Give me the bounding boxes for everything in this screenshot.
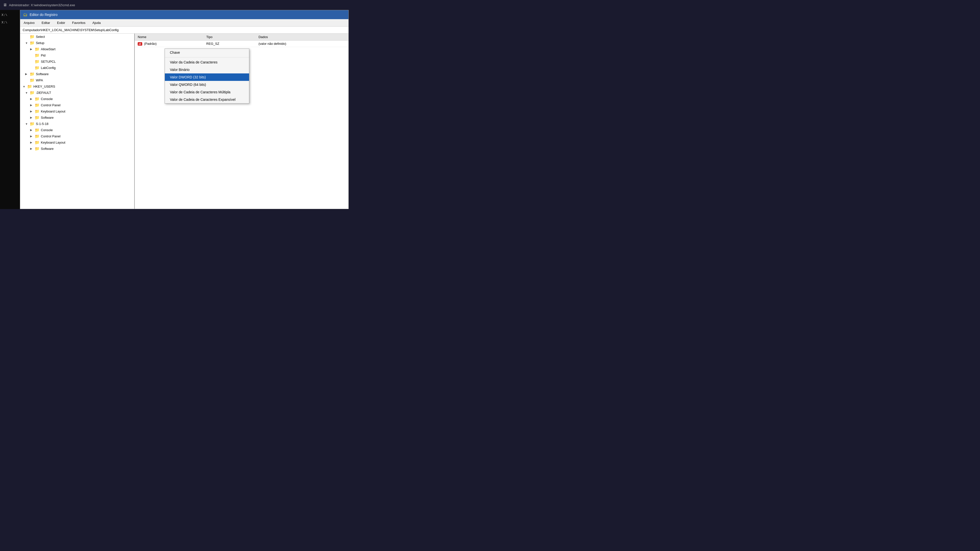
tree-item-console-default[interactable]: ▶ 📁 Console [20,96,134,102]
folder-icon: 📁 [35,53,40,58]
tree-item-pid[interactable]: 📁 Pid [20,52,134,59]
context-menu-valor-cadeia[interactable]: Valor da Cadeia de Caracteres [165,59,249,66]
tree-label: Control Panel [41,134,60,138]
tree-label: Pid [41,54,46,57]
registry-editor-window: 🗂 Editor do Registro Arquivo Editar Exib… [20,10,348,209]
folder-icon: 📁 [35,134,40,139]
tree-label: Console [41,128,53,132]
no-expand-icon [30,60,33,63]
expand-icon: ▶ [30,129,33,132]
tree-item-software-s118[interactable]: ▶ 📁 Software [20,146,134,152]
tree-item-keyboardlayout-default[interactable]: ▶ 📁 Keyboard Layout [20,108,134,114]
expand-icon: ▶ [30,48,33,51]
context-menu-valor-dword[interactable]: Valor DWORD (32 bits) [165,73,249,81]
tree-item-controlpanel-s118[interactable]: ▶ 📁 Control Panel [20,133,134,140]
menu-arquivo[interactable]: Arquivo [22,21,36,25]
folder-icon: 📁 [35,128,40,132]
tree-item-hkey-users[interactable]: ▼ 📁 HKEY_USERS [20,83,134,90]
tree-label: Software [41,147,54,151]
tree-item-allowstart[interactable]: ▶ 📁 AllowStart [20,46,134,52]
tree-label: Software [41,116,54,119]
no-expand-icon [25,79,29,82]
watermark: tecnoblog [299,192,341,204]
context-menu-valor-cadeia-multipla[interactable]: Valor de Cadeia de Caracteres Múltipla [165,88,249,96]
value-name-default: ab (Padrão) [135,41,203,47]
folder-icon: 📁 [30,91,35,95]
tree-label: Keyboard Layout [41,141,65,144]
no-expand-icon [30,67,33,70]
tree-item-software-default[interactable]: ▶ 📁 Software [20,114,134,121]
values-table: Nome Tipo Dados ab (Padrão) REG_SZ (valo… [135,33,348,47]
tree-item-keyboardlayout-s118[interactable]: ▶ 📁 Keyboard Layout [20,140,134,146]
context-menu-item-label: Valor de Cadeia de Caracteres Expansível [170,98,235,102]
expand-icon: ▶ [30,141,33,144]
tree-label: AllowStart [41,47,56,51]
tree-item-labconfig[interactable]: 📁 LabConfig [20,65,134,71]
folder-icon: 📁 [35,103,40,108]
tree-item-wpa[interactable]: 📁 WPA [20,77,134,83]
expand-icon: ▼ [25,122,29,125]
tree-item-default[interactable]: ▼ 📁 .DEFAULT [20,90,134,96]
registry-title: Editor do Registro [30,13,57,17]
context-menu-item-label: Valor da Cadeia de Caracteres [170,60,217,64]
folder-icon: 📁 [35,47,40,51]
expand-icon: ▶ [30,97,33,100]
context-menu-valor-qword[interactable]: Valor QWORD (64 bits) [165,81,249,88]
folder-icon: 📁 [35,115,40,120]
expand-icon: ▶ [30,116,33,119]
cmd-icon: 🖥 [3,3,7,7]
folder-icon: 📁 [35,97,40,101]
addressbar[interactable]: Computador\HKEY_LOCAL_MACHINE\SYSTEM\Set… [20,27,348,33]
tree-label: WPA [36,78,43,82]
expand-icon: ▶ [30,147,33,150]
folder-icon: 📁 [30,121,35,126]
ab-icon: ab [138,42,142,46]
menu-exibir[interactable]: Exibir [56,21,67,25]
col-nome: Nome [135,33,203,41]
tree-item-setup[interactable]: ▼ 📁 Setup [20,40,134,46]
tree-label: Keyboard Layout [41,110,65,113]
cmd-titlebar: 🖥 Administrador: X:\windows\system32\cmd… [0,0,348,10]
folder-icon-selected: 📁 [35,65,40,70]
context-menu-item-label: Chave [170,51,180,54]
menu-ajuda[interactable]: Ajuda [91,21,102,25]
tree-item-controlpanel-default[interactable]: ▶ 📁 Control Panel [20,102,134,108]
tree-item-console-s118[interactable]: ▶ 📁 Console [20,127,134,133]
col-tipo: Tipo [203,33,256,41]
context-menu-valor-cadeia-expansivel[interactable]: Valor de Cadeia de Caracteres Expansível [165,96,249,103]
menu-editar[interactable]: Editar [40,21,52,25]
folder-icon: 📁 [30,34,35,39]
context-menu-item-label: Valor DWORD (32 bits) [170,75,206,79]
table-row-default[interactable]: ab (Padrão) REG_SZ (valor não definido) [135,41,348,47]
folder-icon: 📁 [35,146,40,151]
tree-item-select[interactable]: 📁 Select [20,33,134,40]
folder-icon: 📁 [30,41,35,45]
tree-item-setupcl[interactable]: 📁 SETUPCL [20,59,134,65]
main-content: 📁 Select ▼ 📁 Setup ▶ 📁 AllowStart 📁 Pid [20,33,348,209]
tree-label: Control Panel [41,103,60,107]
expand-icon: ▼ [25,91,29,94]
context-menu-chave[interactable]: Chave [165,49,249,56]
menu-favoritos[interactable]: Favoritos [71,21,87,25]
tree-item-s-1-5-18[interactable]: ▼ 📁 S-1-5-18 [20,121,134,127]
expand-icon: ▶ [30,103,33,107]
tree-label: LabConfig [41,66,56,70]
folder-icon: 📁 [27,84,32,89]
expand-icon: ▶ [25,72,29,76]
context-menu: Chave Valor da Cadeia de Caracteres Valo… [165,49,249,103]
tree-item-software-setup[interactable]: ▶ 📁 Software [20,71,134,77]
no-expand-icon [30,54,33,57]
cmd-background: Mi (c X:\ X:\ [0,0,22,209]
addressbar-path: Computador\HKEY_LOCAL_MACHINE\SYSTEM\Set… [23,28,119,32]
context-menu-item-label: Valor Binário [170,68,189,71]
context-menu-valor-binario[interactable]: Valor Binário [165,66,249,73]
expand-icon: ▼ [25,41,29,44]
context-menu-item-label: Valor de Cadeia de Caracteres Múltipla [170,90,231,94]
value-data-default: (valor não definido) [256,41,348,47]
no-expand-icon [25,35,29,38]
registry-icon: 🗂 [23,12,28,17]
folder-icon: 📁 [35,109,40,114]
tree-pane[interactable]: 📁 Select ▼ 📁 Setup ▶ 📁 AllowStart 📁 Pid [20,33,135,209]
folder-icon: 📁 [35,140,40,145]
expand-icon: ▶ [30,135,33,138]
